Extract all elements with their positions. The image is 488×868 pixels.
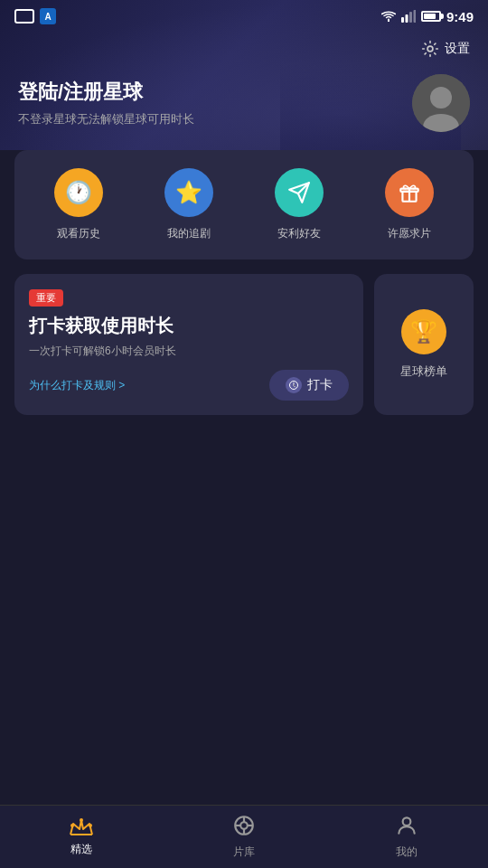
nav-item-mine[interactable]: 我的 — [325, 806, 488, 868]
svg-point-12 — [70, 824, 74, 827]
checkin-title: 打卡获取使用时长 — [29, 314, 349, 338]
watchlist-icon: ⭐ — [164, 168, 213, 217]
time-display: 9:49 — [446, 9, 474, 24]
trophy-icon: 🏆 — [401, 309, 446, 354]
checkin-link[interactable]: 为什么打卡及规则 > — [29, 378, 125, 393]
send-icon — [287, 181, 311, 204]
checkin-badge: 重要 — [29, 289, 63, 307]
svg-rect-1 — [405, 14, 408, 23]
checkin-footer: 为什么打卡及规则 > 打卡 — [29, 370, 349, 401]
screen-icon — [14, 9, 34, 24]
login-subtitle: 不登录星球无法解锁星球可用时长 — [18, 111, 194, 127]
settings-label: 设置 — [445, 41, 470, 57]
user-section[interactable]: 登陆/注册星球 不登录星球无法解锁星球可用时长 — [0, 65, 488, 150]
watchlist-label: 我的追剧 — [167, 226, 211, 241]
checkin-btn-icon — [286, 377, 302, 393]
crown-icon — [69, 816, 94, 838]
avatar-image — [412, 74, 470, 132]
svg-point-13 — [89, 824, 92, 827]
avatar[interactable] — [412, 74, 470, 132]
svg-rect-3 — [413, 10, 416, 23]
status-left: A — [14, 8, 56, 24]
quick-item-recommend[interactable]: 安利好友 — [275, 168, 324, 241]
svg-point-15 — [240, 822, 248, 829]
svg-rect-2 — [409, 12, 412, 23]
film-icon — [232, 814, 256, 841]
crown-svg — [69, 816, 94, 838]
person-svg — [395, 814, 418, 837]
recommend-label: 安利好友 — [277, 226, 321, 241]
nav-label-library: 片库 — [233, 844, 255, 860]
settings-bar: 设置 — [0, 33, 488, 65]
svg-point-6 — [430, 87, 452, 108]
cards-row: 重要 打卡获取使用时长 一次打卡可解锁6小时会员时长 为什么打卡及规则 > 打卡 — [14, 274, 474, 415]
recommend-icon — [275, 168, 324, 217]
battery-icon — [421, 11, 441, 22]
wishlist-label: 许愿求片 — [388, 226, 431, 241]
film-svg — [232, 814, 256, 837]
ranking-card[interactable]: 🏆 星球榜单 — [374, 274, 474, 415]
bottom-nav: 精选 片库 我的 — [0, 805, 488, 868]
quick-item-wishlist[interactable]: 许愿求片 — [385, 168, 434, 241]
history-icon: 🕐 — [54, 168, 103, 217]
quick-item-watchlist[interactable]: ⭐ 我的追剧 — [164, 168, 213, 241]
nav-label-mine: 我的 — [396, 844, 418, 860]
gift-icon — [398, 181, 421, 204]
checkin-card: 重要 打卡获取使用时长 一次打卡可解锁6小时会员时长 为什么打卡及规则 > 打卡 — [14, 274, 363, 415]
login-title: 登陆/注册星球 — [18, 79, 194, 106]
person-icon — [395, 814, 418, 841]
nav-label-featured: 精选 — [70, 842, 92, 857]
wifi-icon — [381, 11, 396, 22]
status-bar: A 9:49 — [0, 0, 488, 33]
signal-icon — [401, 10, 416, 23]
settings-button[interactable]: 设置 — [421, 40, 470, 58]
quick-item-history[interactable]: 🕐 观看历史 — [54, 168, 103, 241]
checkin-button[interactable]: 打卡 — [269, 370, 349, 401]
svg-point-11 — [80, 818, 83, 822]
history-label: 观看历史 — [57, 226, 100, 241]
wishlist-icon — [385, 168, 434, 217]
gear-icon — [421, 40, 439, 58]
nav-item-featured[interactable]: 精选 — [0, 806, 163, 868]
svg-rect-0 — [401, 17, 404, 23]
ranking-label: 星球榜单 — [400, 363, 447, 380]
svg-point-20 — [403, 817, 411, 826]
status-right: 9:49 — [381, 9, 474, 24]
svg-point-4 — [427, 46, 433, 52]
user-info: 登陆/注册星球 不登录星球无法解锁星球可用时长 — [18, 79, 194, 127]
checkin-desc: 一次打卡可解锁6小时会员时长 — [29, 344, 349, 359]
clock-circle-icon — [288, 380, 299, 391]
app-icon-a: A — [40, 8, 56, 24]
main-content: 🕐 观看历史 ⭐ 我的追剧 安利好友 — [0, 150, 488, 502]
quick-access-panel: 🕐 观看历史 ⭐ 我的追剧 安利好友 — [14, 150, 474, 259]
nav-item-library[interactable]: 片库 — [163, 806, 325, 868]
